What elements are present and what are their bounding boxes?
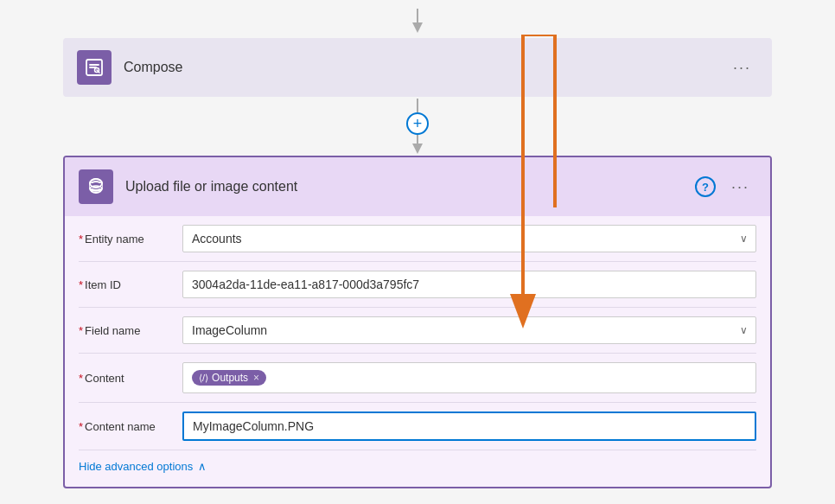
compose-title: Compose: [124, 60, 726, 75]
item-id-label: *Item ID: [79, 278, 182, 291]
add-step-button[interactable]: +: [406, 112, 429, 135]
upload-title: Upload file or image content: [125, 179, 695, 195]
upload-header: Upload file or image content ? ···: [65, 157, 770, 216]
entity-name-required-marker: *: [79, 233, 83, 246]
entity-name-select[interactable]: Accounts: [182, 225, 756, 252]
tag-icon: ⟨/⟩: [199, 373, 208, 384]
field-name-required-marker: *: [79, 324, 83, 337]
item-id-field[interactable]: [182, 271, 756, 298]
svg-marker-5: [412, 144, 423, 154]
content-tag: ⟨/⟩ Outputs ×: [192, 370, 266, 386]
canvas: Compose ··· +: [0, 0, 835, 504]
field-name-row: *Field name ImageColumn ∨: [79, 308, 756, 354]
content-name-label: *Content name: [79, 420, 182, 433]
content-name-required-marker: *: [79, 420, 83, 433]
item-id-row: *Item ID: [79, 262, 756, 308]
step-connector: +: [406, 99, 429, 154]
upload-card: Upload file or image content ? ··· *Enti…: [63, 156, 772, 488]
content-name-row: *Content name: [79, 403, 756, 450]
field-name-select-wrapper[interactable]: ImageColumn ∨: [182, 316, 756, 344]
hide-advanced-link[interactable]: Hide advanced options ∧: [79, 460, 207, 473]
content-required-marker: *: [79, 372, 83, 385]
field-name-select[interactable]: ImageColumn: [182, 316, 756, 344]
hide-advanced-chevron-icon: ∧: [198, 460, 207, 473]
svg-marker-1: [412, 22, 423, 33]
content-row: *Content ⟨/⟩ Outputs ×: [79, 354, 756, 403]
upload-more-button[interactable]: ···: [724, 175, 756, 200]
top-connector-arrow: [409, 9, 426, 33]
form-body: *Entity name Accounts ∨ *Item ID: [65, 216, 770, 487]
field-name-field[interactable]: ImageColumn ∨: [182, 316, 756, 344]
help-button[interactable]: ?: [695, 176, 716, 197]
tag-remove-button[interactable]: ×: [253, 372, 259, 384]
content-field[interactable]: ⟨/⟩ Outputs ×: [182, 362, 756, 393]
hide-advanced-section: Hide advanced options ∧: [79, 450, 756, 476]
content-label: *Content: [79, 372, 182, 385]
compose-more-button[interactable]: ···: [726, 55, 758, 80]
field-name-label: *Field name: [79, 324, 182, 337]
tag-label: Outputs: [212, 372, 248, 384]
connector-line-top: [417, 99, 418, 112]
entity-name-label: *Entity name: [79, 233, 182, 246]
entity-name-field[interactable]: Accounts ∨: [182, 225, 756, 252]
content-name-input[interactable]: [182, 411, 756, 441]
entity-name-select-wrapper[interactable]: Accounts ∨: [182, 225, 756, 252]
upload-icon: [79, 169, 113, 204]
item-id-input[interactable]: [182, 271, 756, 298]
content-name-field[interactable]: [182, 411, 756, 441]
compose-card: Compose ···: [63, 38, 772, 97]
content-tag-input[interactable]: ⟨/⟩ Outputs ×: [182, 362, 756, 393]
hide-advanced-label: Hide advanced options: [79, 460, 193, 473]
compose-icon: [77, 50, 112, 85]
item-id-required-marker: *: [79, 278, 83, 291]
entity-name-row: *Entity name Accounts ∨: [79, 216, 756, 262]
